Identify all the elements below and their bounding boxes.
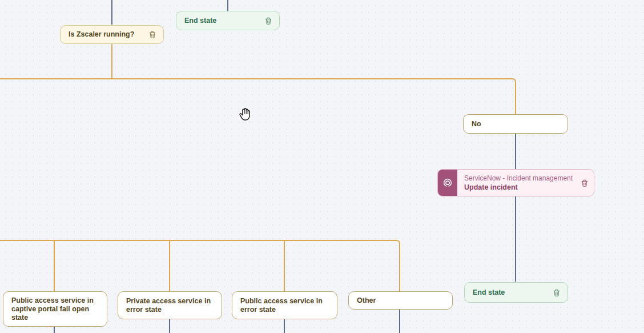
node-branch-public-access-error[interactable]: Public access service in error state (232, 291, 337, 319)
node-label: Public access service in error state (240, 297, 330, 314)
node-label: End state (184, 17, 216, 25)
trash-icon (553, 288, 561, 297)
node-branch-no[interactable]: No (463, 114, 568, 134)
node-branch-other[interactable]: Other (348, 291, 453, 310)
servicenow-logo-icon (442, 178, 453, 188)
trash-icon (264, 17, 272, 25)
node-branch-private-access-error[interactable]: Private access service in error state (118, 291, 222, 319)
trash-icon (148, 30, 156, 39)
node-label: Private access service in error state (126, 297, 215, 314)
delete-node-button[interactable] (552, 288, 561, 298)
node-label: End state (473, 288, 505, 297)
delete-node-button[interactable] (263, 16, 273, 26)
node-label: Public access service in captive portal … (11, 296, 100, 322)
servicenow-app-icon (438, 170, 457, 196)
node-label: No (472, 120, 481, 129)
trash-icon (581, 179, 589, 187)
node-servicenow-update-incident[interactable]: ServiceNow - Incident management Update … (437, 169, 594, 196)
node-end-state-top[interactable]: End state (176, 11, 280, 30)
node-branch-public-captive-portal[interactable]: Public access service in captive portal … (3, 291, 107, 327)
node-is-zscaler-running[interactable]: Is Zscaler running? (60, 25, 164, 44)
branch-line-top-horizontal (0, 79, 516, 114)
branch-line-bottom-horizontal (0, 240, 400, 291)
grab-hand-cursor-icon (237, 106, 253, 125)
workflow-canvas[interactable]: Is Zscaler running? End state (0, 0, 644, 333)
action-app-label: ServiceNow - Incident management (464, 174, 576, 183)
action-name-label: Update incident (464, 183, 576, 192)
node-label: Is Zscaler running? (69, 30, 134, 39)
node-label: Other (357, 296, 376, 305)
node-end-state-bottom[interactable]: End state (464, 282, 568, 303)
delete-node-button[interactable] (579, 178, 589, 188)
delete-node-button[interactable] (147, 30, 157, 39)
